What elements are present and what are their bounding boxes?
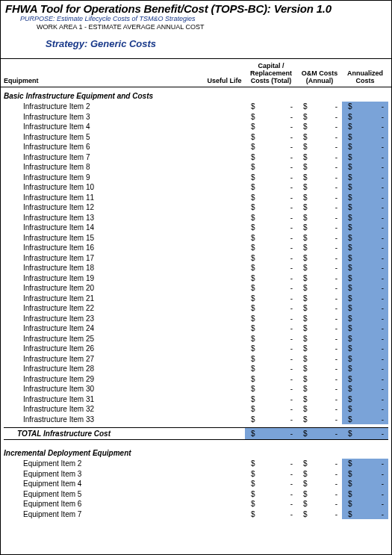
row-om: $- — [297, 469, 342, 480]
row-capital: $- — [245, 384, 297, 394]
row-capital: $- — [245, 314, 297, 324]
row-annualized: $- — [342, 223, 388, 233]
row-name: Infrastructure Item 22 — [4, 303, 204, 314]
table-row: Infrastructure Item 30$-$-$- — [1, 384, 391, 394]
row-om: $- — [297, 253, 342, 264]
row-useful-life — [204, 489, 245, 500]
row-annualized: $- — [342, 469, 388, 480]
row-om: $- — [297, 489, 342, 500]
row-capital: $- — [245, 243, 297, 253]
row-om: $- — [297, 479, 342, 489]
row-annualized: $- — [342, 152, 388, 163]
row-name: Infrastructure Item 4 — [4, 122, 204, 132]
row-om: $- — [297, 499, 342, 509]
table-row: Infrastructure Item 14$-$-$- — [1, 223, 391, 233]
row-useful-life — [204, 394, 245, 405]
row-useful-life — [204, 273, 245, 284]
row-om: $- — [297, 394, 342, 405]
row-om: $- — [297, 364, 342, 374]
table-row: Equipment Item 4$-$-$- — [1, 479, 391, 489]
row-om: $- — [297, 112, 342, 123]
row-useful-life — [204, 162, 245, 173]
row-annualized: $- — [342, 273, 388, 284]
row-annualized: $- — [342, 404, 388, 415]
row-useful-life — [204, 173, 245, 183]
row-useful-life — [204, 374, 245, 385]
worksheet-page: FHWA Tool for Operations Benefit/Cost (T… — [0, 0, 392, 555]
row-name: Infrastructure Item 6 — [4, 142, 204, 152]
col-useful-life: Useful Life — [204, 62, 245, 85]
row-om: $- — [297, 202, 342, 213]
row-useful-life — [204, 122, 245, 132]
row-om: $- — [297, 294, 342, 304]
row-capital: $- — [245, 253, 297, 264]
row-name: Infrastructure Item 14 — [4, 223, 204, 233]
row-om: $- — [297, 459, 342, 469]
row-capital: $- — [245, 173, 297, 183]
row-annualized: $- — [342, 479, 388, 489]
row-name: Infrastructure Item 24 — [4, 323, 204, 334]
row-capital: $- — [245, 213, 297, 223]
table-row: Infrastructure Item 28$-$-$- — [1, 364, 391, 374]
row-capital: $- — [245, 102, 297, 112]
row-annualized: $- — [342, 499, 388, 509]
row-useful-life — [204, 364, 245, 374]
row-om: $- — [297, 334, 342, 344]
row-useful-life — [204, 303, 245, 314]
row-useful-life — [204, 193, 245, 203]
row-useful-life — [204, 213, 245, 223]
row-om: $- — [297, 223, 342, 233]
row-annualized: $- — [342, 323, 388, 334]
row-useful-life — [204, 152, 245, 163]
section-title: Basic Infrastructure Equipment and Costs — [1, 87, 391, 102]
row-capital: $- — [245, 162, 297, 173]
row-om: $- — [297, 273, 342, 284]
row-useful-life — [204, 223, 245, 233]
purpose-line: PURPOSE: Estimate Lifecycle Costs of TSM… — [1, 15, 391, 22]
col-equipment: Equipment — [4, 62, 204, 85]
row-useful-life — [204, 323, 245, 334]
row-capital: $- — [245, 334, 297, 344]
row-annualized: $- — [342, 283, 388, 294]
row-name: Infrastructure Item 20 — [4, 283, 204, 294]
row-capital: $- — [245, 354, 297, 365]
table-row: Infrastructure Item 19$-$-$- — [1, 273, 391, 284]
strategy-line: Strategy: Generic Costs — [1, 31, 391, 57]
row-capital: $- — [245, 202, 297, 213]
row-annualized: $- — [342, 364, 388, 374]
row-annualized: $- — [342, 374, 388, 385]
row-name: Infrastructure Item 12 — [4, 202, 204, 213]
table-row: Infrastructure Item 17$-$-$- — [1, 253, 391, 264]
table-row: Equipment Item 7$-$-$- — [1, 509, 391, 520]
total-label: TOTAL Infrastructure Cost — [4, 427, 204, 440]
table-row: Infrastructure Item 15$-$-$- — [1, 233, 391, 244]
row-annualized: $- — [342, 102, 388, 112]
row-useful-life — [204, 263, 245, 273]
row-useful-life — [204, 283, 245, 294]
row-useful-life — [204, 334, 245, 344]
row-om: $- — [297, 263, 342, 273]
row-capital: $- — [245, 344, 297, 354]
row-useful-life — [204, 509, 245, 520]
row-name: Infrastructure Item 13 — [4, 213, 204, 223]
total-capital: $- — [245, 427, 297, 440]
table-row: Infrastructure Item 7$-$-$- — [1, 152, 391, 163]
row-name: Infrastructure Item 28 — [4, 364, 204, 374]
table-row: Infrastructure Item 22$-$-$- — [1, 303, 391, 314]
row-om: $- — [297, 132, 342, 143]
row-om: $- — [297, 213, 342, 223]
row-annualized: $- — [342, 509, 388, 520]
table-row: Infrastructure Item 16$-$-$- — [1, 243, 391, 253]
workarea-line: WORK AREA 1 - ESTIMATE AVERAGE ANNUAL CO… — [1, 23, 391, 31]
row-capital: $- — [245, 132, 297, 143]
row-useful-life — [204, 404, 245, 415]
row-annualized: $- — [342, 415, 388, 425]
row-name: Infrastructure Item 33 — [4, 415, 204, 425]
row-capital: $- — [245, 233, 297, 244]
row-capital: $- — [245, 294, 297, 304]
row-capital: $- — [245, 122, 297, 132]
row-annualized: $- — [342, 344, 388, 354]
table-row: Infrastructure Item 27$-$-$- — [1, 354, 391, 365]
row-name: Infrastructure Item 26 — [4, 344, 204, 354]
table-row: Infrastructure Item 10$-$-$- — [1, 182, 391, 193]
